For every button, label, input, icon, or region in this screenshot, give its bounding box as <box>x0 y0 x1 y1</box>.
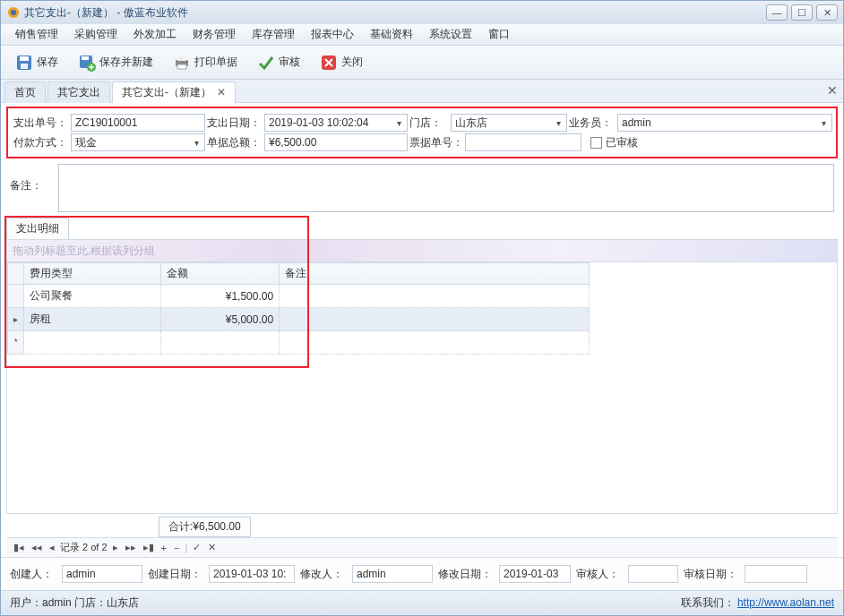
tab-other-expense-new[interactable]: 其它支出-（新建）✕ <box>112 81 236 103</box>
auditor-label: 审核人： <box>576 567 623 582</box>
close-button[interactable]: 关闭 <box>314 50 368 75</box>
new-row[interactable]: * <box>8 331 590 355</box>
toolbar: 保存 保存并新建 打印单据 审核 关闭 <box>1 46 843 80</box>
menu-window[interactable]: 窗口 <box>483 25 515 44</box>
audit-info-row: 创建人： admin 创建日期： 2019-01-03 10: 修改人： adm… <box>1 557 843 590</box>
menu-reports[interactable]: 报表中心 <box>306 25 359 44</box>
tab-close-icon[interactable]: ✕ <box>217 86 226 98</box>
table-row[interactable]: 公司聚餐 ¥1,500.00 <box>8 285 590 308</box>
creator-label: 创建人： <box>10 567 56 582</box>
nav-last-icon[interactable]: ▸▮ <box>142 542 156 553</box>
close-label: 关闭 <box>341 55 363 70</box>
remark-label: 备注： <box>10 164 53 212</box>
maximize-button[interactable]: ☐ <box>791 4 813 21</box>
audit-date-label: 审核日期： <box>684 567 739 582</box>
modify-date-label: 修改日期： <box>438 567 494 582</box>
ticket-no-label: 票据单号： <box>408 135 465 150</box>
tab-home[interactable]: 首页 <box>4 81 46 103</box>
detail-grid: 费用类型 金额 备注 公司聚餐 ¥1,500.00 <box>6 262 838 514</box>
menu-settings[interactable]: 系统设置 <box>424 25 478 44</box>
nav-prev-page-icon[interactable]: ◂◂ <box>30 542 44 553</box>
save-icon <box>15 54 33 72</box>
col-amount[interactable]: 金额 <box>160 263 279 285</box>
audited-label: 已审核 <box>606 135 638 150</box>
svg-point-1 <box>11 10 16 15</box>
menu-sales[interactable]: 销售管理 <box>10 25 64 44</box>
svg-rect-6 <box>82 56 89 60</box>
menu-purchase[interactable]: 采购管理 <box>69 25 123 44</box>
doc-no-input[interactable]: ZC19010001 <box>71 114 205 132</box>
ticket-no-input[interactable] <box>465 133 581 151</box>
modifier-field: admin <box>352 565 433 583</box>
doc-date-input[interactable]: 2019-01-03 10:02:04▾ <box>264 114 408 132</box>
group-by-bar[interactable]: 拖动列标题至此,根据该列分组 <box>6 239 838 262</box>
detail-section: 支出明细 拖动列标题至此,根据该列分组 费用类型 金额 备注 <box>6 218 838 557</box>
nav-cancel-icon[interactable]: ✕ <box>206 542 218 553</box>
current-row-indicator-icon: ▸ <box>8 308 24 331</box>
doc-no-label: 支出单号： <box>12 116 71 131</box>
remark-row: 备注： <box>1 158 843 212</box>
svg-rect-3 <box>20 56 29 61</box>
menu-outsource[interactable]: 外发加工 <box>128 25 182 44</box>
menubar: 销售管理 采购管理 外发加工 财务管理 库存管理 报表中心 基础资料 系统设置 … <box>1 24 843 46</box>
menu-finance[interactable]: 财务管理 <box>187 25 241 44</box>
nav-add-icon[interactable]: + <box>159 543 168 553</box>
sales-select[interactable]: admin▾ <box>617 114 832 132</box>
pay-method-label: 付款方式： <box>12 135 71 150</box>
header-form: 支出单号： ZC19010001 支出日期： 2019-01-03 10:02:… <box>6 107 838 158</box>
tab-other-expense[interactable]: 其它支出 <box>47 81 110 103</box>
document-tabs: 首页 其它支出 其它支出-（新建）✕ ✕ <box>1 80 843 103</box>
minimize-button[interactable]: — <box>766 4 788 21</box>
nav-next-icon[interactable]: ▸ <box>111 542 120 553</box>
pay-method-select[interactable]: 现金▾ <box>71 133 205 151</box>
nav-first-icon[interactable]: ▮◂ <box>12 542 26 553</box>
status-left: 用户：admin 门店：山东店 <box>10 595 139 611</box>
col-type[interactable]: 费用类型 <box>24 263 161 285</box>
menu-inventory[interactable]: 库存管理 <box>246 25 300 44</box>
chevron-down-icon[interactable]: ▾ <box>392 116 405 129</box>
svg-rect-10 <box>177 64 186 69</box>
total-label: 单据总额： <box>205 135 264 150</box>
status-right: 联系我们： http://www.aolan.net <box>681 595 834 611</box>
titlebar: 其它支出-（新建） - 傲蓝布业软件 — ☐ ✕ <box>1 1 843 24</box>
table-row[interactable]: ▸ 房租 ¥5,000.00 <box>8 308 590 331</box>
close-window-button[interactable]: ✕ <box>816 4 838 21</box>
chevron-down-icon[interactable]: ▾ <box>190 136 202 149</box>
print-icon <box>173 54 191 72</box>
audited-checkbox[interactable] <box>590 137 602 149</box>
audit-button[interactable]: 审核 <box>252 50 306 75</box>
close-icon <box>320 54 338 72</box>
chevron-down-icon[interactable]: ▾ <box>817 116 830 129</box>
nav-next-page-icon[interactable]: ▸▸ <box>124 542 138 553</box>
new-row-indicator-icon: * <box>8 331 24 355</box>
create-date-label: 创建日期： <box>148 567 203 582</box>
window-title: 其它支出-（新建） - 傲蓝布业软件 <box>24 5 766 21</box>
remark-textarea[interactable] <box>58 164 834 212</box>
total-label: 合计:¥6,500.00 <box>159 517 251 537</box>
chevron-down-icon[interactable]: ▾ <box>552 116 564 129</box>
doc-date-label: 支出日期： <box>205 116 264 131</box>
nav-remove-icon[interactable]: − <box>172 543 181 553</box>
statusbar: 用户：admin 门店：山东店 联系我们： http://www.aolan.n… <box>1 590 843 615</box>
col-remark[interactable]: 备注 <box>280 263 590 285</box>
modifier-label: 修改人： <box>300 567 347 582</box>
total-input[interactable]: ¥6,500.00 <box>264 133 408 151</box>
tabs-row-close-icon[interactable]: ✕ <box>827 83 838 98</box>
save-new-button[interactable]: 保存并新建 <box>73 50 159 75</box>
nav-commit-icon[interactable]: ✓ <box>191 542 202 553</box>
save-new-label: 保存并新建 <box>99 55 153 70</box>
save-button[interactable]: 保存 <box>10 50 64 75</box>
save-label: 保存 <box>37 55 58 70</box>
svg-rect-4 <box>21 64 28 69</box>
modify-date-field: 2019-01-03 <box>499 565 571 583</box>
menu-basedata[interactable]: 基础资料 <box>365 25 418 44</box>
creator-field: admin <box>62 565 142 583</box>
create-date-field: 2019-01-03 10: <box>209 565 295 583</box>
nav-prev-icon[interactable]: ◂ <box>47 542 56 553</box>
store-select[interactable]: 山东店▾ <box>451 114 567 132</box>
print-label: 打印单据 <box>194 55 237 70</box>
contact-link[interactable]: http://www.aolan.net <box>737 596 834 609</box>
print-button[interactable]: 打印单据 <box>168 50 243 75</box>
svg-rect-9 <box>177 56 186 61</box>
detail-tab[interactable]: 支出明细 <box>6 218 69 239</box>
